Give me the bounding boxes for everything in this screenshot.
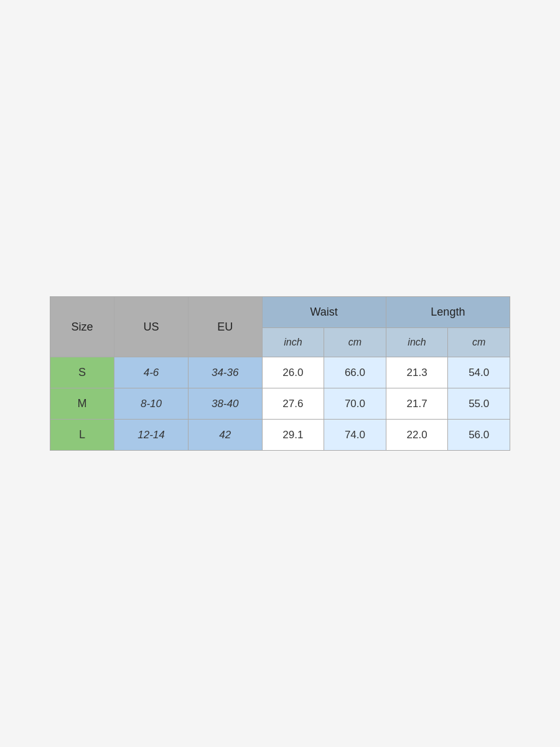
- size-column-header: Size: [50, 297, 114, 357]
- us-m: 8-10: [114, 388, 189, 420]
- us-l: 12-14: [114, 420, 189, 451]
- length-cm-header: cm: [448, 328, 510, 357]
- length-cm-s: 54.0: [448, 357, 510, 388]
- length-cm-m: 55.0: [448, 388, 510, 420]
- eu-s: 34-36: [188, 357, 262, 388]
- length-cm-l: 56.0: [448, 420, 510, 451]
- us-s: 4-6: [114, 357, 189, 388]
- size-chart-table: Size US EU Waist Length inch cm inch cm …: [50, 296, 510, 451]
- length-inch-l: 22.0: [386, 420, 448, 451]
- table-row: M 8-10 38-40 27.6 70.0 21.7 55.0: [50, 388, 510, 420]
- waist-inch-m: 27.6: [262, 388, 324, 420]
- waist-cm-m: 70.0: [324, 388, 386, 420]
- waist-inch-l: 29.1: [262, 420, 324, 451]
- waist-cm-header: cm: [324, 328, 386, 357]
- waist-cm-l: 74.0: [324, 420, 386, 451]
- waist-cm-s: 66.0: [324, 357, 386, 388]
- length-inch-header: inch: [386, 328, 448, 357]
- eu-column-header: EU: [188, 297, 262, 357]
- size-s: S: [50, 357, 114, 388]
- us-column-header: US: [114, 297, 189, 357]
- eu-m: 38-40: [188, 388, 262, 420]
- waist-inch-header: inch: [262, 328, 324, 357]
- length-inch-s: 21.3: [386, 357, 448, 388]
- length-group-header: Length: [386, 297, 510, 328]
- size-chart-container: Size US EU Waist Length inch cm inch cm …: [50, 296, 510, 451]
- size-m: M: [50, 388, 114, 420]
- eu-l: 42: [188, 420, 262, 451]
- waist-inch-s: 26.0: [262, 357, 324, 388]
- table-row: L 12-14 42 29.1 74.0 22.0 56.0: [50, 420, 510, 451]
- length-inch-m: 21.7: [386, 388, 448, 420]
- table-row: S 4-6 34-36 26.0 66.0 21.3 54.0: [50, 357, 510, 388]
- waist-group-header: Waist: [262, 297, 386, 328]
- size-l: L: [50, 420, 114, 451]
